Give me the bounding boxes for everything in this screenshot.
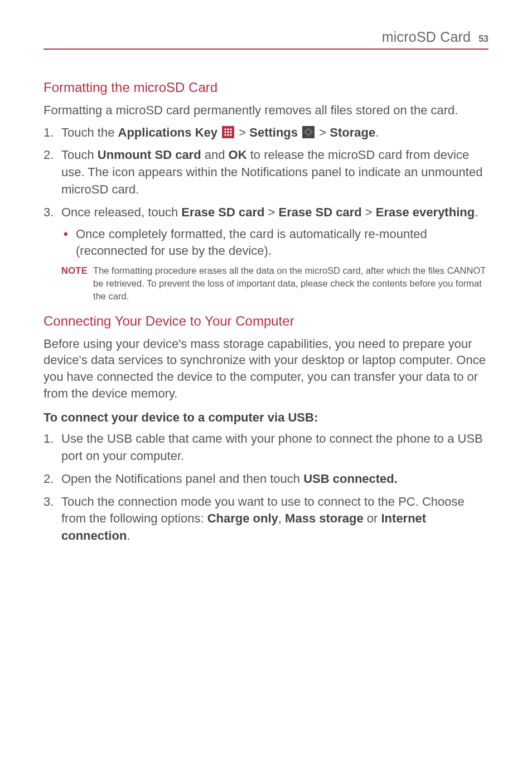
- section2-steps-list: Use the USB cable that came with your ph…: [43, 430, 489, 545]
- note-block: NOTE The formatting procedure erases all…: [61, 264, 489, 303]
- bold-erase-sd-2: Erase SD card: [279, 205, 362, 219]
- bold-erase-everything: Erase everything: [376, 205, 475, 219]
- bold-settings: Settings: [249, 125, 298, 139]
- section1-intro: Formatting a microSD card permanently re…: [43, 102, 489, 119]
- svg-point-6: [230, 131, 232, 133]
- bold-storage: Storage: [330, 125, 375, 139]
- document-page: microSD Card 53 Formatting the microSD C…: [0, 0, 532, 765]
- text-fragment: >: [239, 125, 249, 139]
- section2-intro: Before using your device's mass storage …: [43, 336, 489, 402]
- text-fragment: Once released, touch: [61, 205, 181, 219]
- note-text: The formatting procedure erases all the …: [93, 264, 489, 303]
- bold-unmount-sd: Unmount SD card: [98, 148, 201, 162]
- text-fragment: Open the Notifications panel and then to…: [61, 472, 303, 486]
- bold-usb-connected: USB connected.: [303, 472, 398, 486]
- svg-point-8: [227, 134, 229, 136]
- section1-steps-list: Touch the Applications Key > Settings: [43, 124, 489, 303]
- svg-point-9: [230, 134, 232, 136]
- section2-step-1: Use the USB cable that came with your ph…: [43, 430, 489, 465]
- svg-rect-14: [308, 135, 309, 137]
- header-page-number: 53: [478, 34, 489, 44]
- note-label: NOTE: [61, 264, 88, 303]
- text-fragment: Touch the: [61, 125, 118, 139]
- text-fragment: Touch: [61, 148, 98, 162]
- apps-grid-icon: [222, 126, 234, 138]
- svg-point-2: [227, 128, 229, 130]
- svg-point-1: [224, 128, 226, 130]
- text-fragment: .: [475, 205, 478, 219]
- text-fragment: >: [264, 205, 278, 219]
- page-header: microSD Card 53: [43, 29, 489, 50]
- section2-step-3: Touch the connection mode you want to us…: [43, 493, 489, 545]
- svg-point-3: [230, 128, 232, 130]
- section-heading-formatting: Formatting the microSD Card: [43, 80, 489, 95]
- svg-point-7: [224, 134, 226, 136]
- section-heading-connecting: Connecting Your Device to Your Computer: [43, 313, 489, 329]
- svg-point-12: [307, 130, 310, 133]
- text-fragment: or: [364, 511, 381, 525]
- bold-erase-sd-1: Erase SD card: [181, 205, 264, 219]
- bold-ok: OK: [229, 148, 247, 162]
- section1-step-3: Once released, touch Erase SD card > Era…: [43, 204, 489, 303]
- bold-applications-key: Applications Key: [118, 125, 217, 139]
- text-fragment: and: [201, 148, 229, 162]
- text-fragment: >: [362, 205, 376, 219]
- section1-step-2: Touch Unmount SD card and OK to release …: [43, 147, 489, 198]
- text-fragment: .: [375, 125, 379, 139]
- text-fragment: .: [127, 529, 130, 543]
- section1-bullet-1: Once completely formatted, the card is a…: [61, 226, 489, 260]
- section2-subheading: To connect your device to a computer via…: [43, 410, 489, 425]
- svg-point-4: [224, 131, 226, 133]
- settings-gear-icon: [302, 126, 315, 138]
- svg-point-5: [227, 131, 229, 133]
- text-fragment: >: [319, 125, 330, 139]
- svg-rect-16: [312, 132, 313, 133]
- svg-rect-15: [304, 132, 306, 133]
- section1-bullet-list: Once completely formatted, the card is a…: [61, 226, 489, 260]
- section2-step-2: Open the Notifications panel and then to…: [43, 471, 489, 488]
- bold-charge-only: Charge only: [207, 511, 278, 525]
- section1-step-1: Touch the Applications Key > Settings: [43, 124, 489, 142]
- svg-rect-13: [308, 127, 309, 129]
- header-section-title: microSD Card: [382, 29, 471, 45]
- text-fragment: ,: [278, 511, 285, 525]
- bold-mass-storage: Mass storage: [285, 511, 364, 525]
